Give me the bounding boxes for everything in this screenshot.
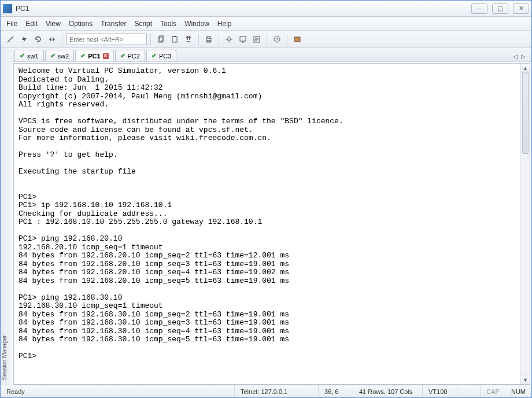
check-icon: ✔ <box>120 52 125 60</box>
tab-sw2[interactable]: ✔sw2 <box>45 50 75 61</box>
session-manager-tab[interactable]: Session Manager <box>1 48 12 385</box>
svg-point-7 <box>228 38 231 40</box>
svg-rect-0 <box>158 37 162 42</box>
window-controls: ─ ▢ ✕ <box>471 3 529 14</box>
close-tab-icon[interactable]: ✕ <box>103 53 109 59</box>
tab-scroll-right-icon[interactable]: ▷ <box>521 53 526 60</box>
check-icon: ✔ <box>152 52 157 60</box>
toolbar-separator <box>219 34 219 45</box>
minimize-button[interactable]: ─ <box>471 3 487 14</box>
scroll-up-icon[interactable]: ▲ <box>521 64 530 73</box>
status-num: NUM <box>505 385 531 397</box>
vertical-scrollbar[interactable]: ▲ ▼ <box>520 64 530 384</box>
paste-icon[interactable] <box>168 33 181 46</box>
app-icon <box>3 4 12 13</box>
tab-scroll-left-icon[interactable]: ◁ <box>513 53 518 60</box>
status-cursor: 36, 6 <box>319 385 353 397</box>
svg-rect-5 <box>207 36 210 38</box>
maximize-button[interactable]: ▢ <box>492 3 508 14</box>
menubar: File Edit View Options Transfer Script T… <box>1 17 531 31</box>
terminal-container: Welcome to Virtual PC Simulator, version… <box>13 63 530 385</box>
host-input[interactable] <box>66 34 147 45</box>
reconnect-icon[interactable] <box>32 33 45 46</box>
toolbar-separator <box>62 34 62 45</box>
menu-file[interactable]: File <box>6 20 17 28</box>
tab-pc2[interactable]: ✔PC2 <box>115 50 145 61</box>
scroll-thumb[interactable] <box>522 73 529 154</box>
toolbar-separator <box>267 34 267 45</box>
window-close-button[interactable]: ✕ <box>513 3 529 14</box>
copy-icon[interactable] <box>154 33 167 46</box>
svg-rect-1 <box>160 36 164 41</box>
svg-rect-12 <box>294 37 300 42</box>
tab-pc1[interactable]: ✔PC1✕ <box>75 50 113 61</box>
svg-rect-8 <box>240 36 246 41</box>
toolbar-separator <box>198 34 199 45</box>
status-emulation: VT100 <box>423 385 457 397</box>
window-title: PC1 <box>16 5 471 13</box>
print-icon[interactable] <box>202 33 215 46</box>
tab-label: PC1 <box>88 53 100 60</box>
quick-connect-icon[interactable] <box>18 33 31 46</box>
status-spacer <box>457 385 481 397</box>
find-icon[interactable] <box>182 33 195 46</box>
status-caps: CAP <box>481 385 505 397</box>
options-icon[interactable] <box>223 33 235 46</box>
check-icon: ✔ <box>20 52 25 60</box>
tab-label: sw1 <box>27 53 39 60</box>
titlebar: PC1 ─ ▢ ✕ <box>1 1 531 17</box>
statusbar: Ready Telnet: 127.0.0.1 36, 6 41 Rows, 1… <box>1 385 531 397</box>
svg-rect-2 <box>172 36 177 42</box>
status-connection: Telnet: 127.0.0.1 <box>235 385 319 397</box>
check-icon: ✔ <box>50 52 56 60</box>
keyword-icon[interactable] <box>250 33 263 46</box>
toolbar-separator <box>287 34 287 45</box>
menu-view[interactable]: View <box>46 20 61 28</box>
menu-edit[interactable]: Edit <box>25 20 38 28</box>
tab-pc3[interactable]: ✔PC3 <box>146 50 176 61</box>
check-icon: ✔ <box>80 52 86 60</box>
session-tabbar: ✔sw1 ✔sw2 ✔PC1✕ ✔PC2 ✔PC3 ◁ ▷ <box>12 48 531 62</box>
status-ready: Ready <box>1 385 235 397</box>
disconnect-icon[interactable] <box>46 33 58 46</box>
session-options-icon[interactable] <box>237 33 249 46</box>
menu-window[interactable]: Window <box>184 20 209 28</box>
toggle-icon[interactable] <box>291 33 304 46</box>
tab-label: PC2 <box>128 53 140 60</box>
toolbar: ? <box>1 31 531 48</box>
help-icon[interactable]: ? <box>271 33 283 46</box>
toolbar-separator <box>150 34 151 45</box>
status-size: 41 Rows, 107 Cols <box>353 385 423 397</box>
tab-sw1[interactable]: ✔sw1 <box>14 50 44 61</box>
menu-options[interactable]: Options <box>69 20 93 28</box>
scroll-down-icon[interactable]: ▼ <box>521 375 530 384</box>
tab-label: PC3 <box>159 53 171 60</box>
svg-text:?: ? <box>276 37 279 42</box>
menu-help[interactable]: Help <box>217 20 232 28</box>
menu-script[interactable]: Script <box>134 20 152 28</box>
terminal-output[interactable]: Welcome to Virtual PC Simulator, version… <box>14 64 520 384</box>
menu-transfer[interactable]: Transfer <box>101 20 126 28</box>
menu-tools[interactable]: Tools <box>160 20 176 28</box>
connect-icon[interactable] <box>4 33 17 46</box>
tab-label: sw2 <box>58 53 69 60</box>
svg-rect-3 <box>173 36 176 37</box>
